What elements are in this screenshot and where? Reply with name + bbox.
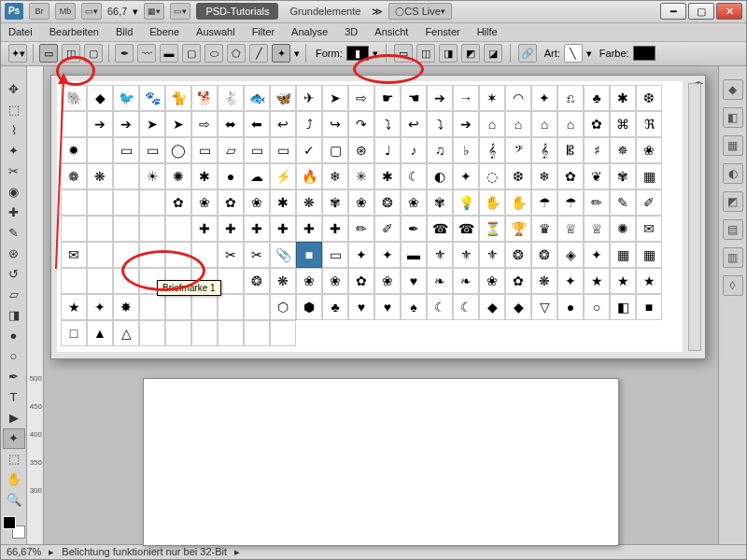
shape-cell[interactable]: ♕ xyxy=(557,216,584,242)
shape-cell[interactable]: 🐈 xyxy=(165,85,191,111)
panel-color-icon[interactable]: ◆ xyxy=(723,79,743,100)
shape-cell[interactable]: ℜ xyxy=(636,111,662,137)
shape-cell[interactable]: ✋ xyxy=(479,189,505,216)
shape-cell[interactable]: ♠ xyxy=(401,294,427,320)
style-picker[interactable]: ╲ xyxy=(564,44,583,63)
shape-cell[interactable]: ▢ xyxy=(322,137,348,163)
shape-cell[interactable]: ★ xyxy=(610,268,636,294)
shape-cell[interactable]: ➔ xyxy=(87,111,113,137)
shape-cell[interactable]: ▦ xyxy=(636,163,662,189)
eyedropper-tool[interactable]: ◉ xyxy=(3,182,25,203)
shape-cell[interactable]: 🏆 xyxy=(505,216,531,242)
shape-cell[interactable]: ✾ xyxy=(427,189,453,216)
path-select-tool[interactable]: ▶ xyxy=(3,408,25,428)
mini-bridge-button[interactable]: Mb xyxy=(55,3,76,20)
shape-cell[interactable]: ◆ xyxy=(87,85,113,111)
shape-cell[interactable]: ✏ xyxy=(348,216,374,242)
panel-swatches-icon[interactable]: ◧ xyxy=(723,107,743,128)
shape-cell[interactable]: ↷ xyxy=(348,111,374,137)
shape-cell[interactable]: ✿ xyxy=(165,189,191,216)
shape-cell[interactable]: ⌂ xyxy=(557,111,584,137)
shape-cell[interactable]: ✵ xyxy=(610,137,636,163)
shape-cell[interactable] xyxy=(113,189,139,216)
shape-cell[interactable]: ♫ xyxy=(427,137,453,163)
pathop-new-icon[interactable]: ▭ xyxy=(394,44,413,63)
close-button[interactable]: ✕ xyxy=(716,3,742,20)
shape-cell[interactable]: ❄ xyxy=(531,163,557,189)
shape-cell[interactable]: ✚ xyxy=(296,216,322,242)
link-icon[interactable]: 🔗 xyxy=(518,44,537,63)
menu-ansicht[interactable]: Ansicht xyxy=(374,26,408,37)
crop-tool[interactable]: ✂ xyxy=(3,161,25,182)
shape-cell[interactable]: ⏳ xyxy=(479,216,505,242)
shape-picker-dropdown[interactable]: ▾ xyxy=(373,48,378,60)
shape-cell[interactable]: ♣ xyxy=(322,294,348,320)
shape-cell[interactable]: ⌂ xyxy=(505,111,531,137)
shape-cell[interactable] xyxy=(165,242,191,268)
shape-cell[interactable]: ✿ xyxy=(218,189,244,216)
shape-cell[interactable]: ♪ xyxy=(401,137,427,163)
shape-cell[interactable]: 🦋 xyxy=(270,85,296,111)
shape-cell[interactable]: ⌂ xyxy=(531,111,557,137)
shape-cell[interactable]: ☂ xyxy=(531,189,557,216)
shape-cell[interactable]: 𝄡 xyxy=(557,137,584,163)
shape-cell[interactable]: ✺ xyxy=(610,216,636,242)
shape-cell[interactable]: 📎 xyxy=(270,242,296,268)
shape-cell[interactable]: ✉ xyxy=(636,216,662,242)
shape-cell[interactable]: ⚜ xyxy=(453,242,479,268)
menu-bearbeiten[interactable]: Bearbeiten xyxy=(49,26,99,37)
zoom-tool[interactable]: 🔍 xyxy=(3,490,25,511)
shape-cell[interactable]: ❄ xyxy=(322,163,348,189)
history-brush-tool[interactable]: ↺ xyxy=(3,264,25,285)
shape-cell[interactable]: 💡 xyxy=(453,189,479,216)
shape-cell[interactable]: ❋ xyxy=(270,268,296,294)
shape-cell[interactable]: ✉ xyxy=(61,242,87,268)
shape-cell[interactable]: ✓ xyxy=(296,137,322,163)
shape-cell[interactable]: ☂ xyxy=(557,189,584,216)
polygon-icon[interactable]: ⬠ xyxy=(227,44,246,63)
shape-cell[interactable]: 𝄢 xyxy=(505,137,531,163)
shape-cell[interactable]: ➤ xyxy=(322,85,348,111)
shape-cell[interactable]: ↩ xyxy=(401,111,427,137)
menu-filter[interactable]: Filter xyxy=(252,26,275,37)
rectangle-icon[interactable]: ▬ xyxy=(160,44,178,63)
extras-button[interactable]: ▭▾ xyxy=(170,3,190,20)
shape-cell[interactable] xyxy=(87,189,113,216)
shape-cell[interactable]: ◆ xyxy=(505,294,531,320)
shape-cell[interactable]: ✒ xyxy=(401,216,427,242)
shape-cell[interactable]: ✐ xyxy=(636,189,662,216)
shape-cell[interactable]: ✿ xyxy=(348,268,374,294)
shape-cell[interactable]: ▲ xyxy=(87,320,113,346)
shape-cell[interactable]: ⇨ xyxy=(348,85,374,111)
shape-cell[interactable]: 𝄞 xyxy=(531,137,557,163)
shape-cell[interactable] xyxy=(218,320,244,346)
shape-cell[interactable]: ❀ xyxy=(244,189,270,216)
panel-paths-icon[interactable]: ◊ xyxy=(723,275,743,296)
shape-cell[interactable]: ❧ xyxy=(453,268,479,294)
shape-cell[interactable]: ✳ xyxy=(348,163,374,189)
workspace-tab[interactable]: PSD-Tutorials xyxy=(196,3,278,20)
shape-cell[interactable]: ⬅ xyxy=(244,111,270,137)
shape-cell[interactable]: ❆ xyxy=(636,85,662,111)
pathop-add-icon[interactable]: ◫ xyxy=(416,44,435,63)
shape-cell[interactable]: ✈ xyxy=(296,85,322,111)
shape-cell[interactable] xyxy=(113,216,139,242)
shape-cell[interactable]: ☁ xyxy=(244,163,270,189)
shape-cell[interactable]: ✾ xyxy=(322,189,348,216)
menu-3d[interactable]: 3D xyxy=(345,26,358,37)
shape-cell[interactable]: ✚ xyxy=(322,216,348,242)
shape-cell[interactable]: ❋ xyxy=(296,189,322,216)
shape-cell[interactable] xyxy=(218,294,244,320)
shape-cell[interactable]: ☛ xyxy=(374,85,401,111)
pen-icon[interactable]: ✒ xyxy=(115,44,134,63)
shape-cell[interactable]: ✚ xyxy=(191,216,218,242)
shape-cell[interactable]: ♯ xyxy=(584,137,610,163)
shape-cell[interactable]: ♛ xyxy=(531,216,557,242)
shape-cell[interactable]: ✏ xyxy=(584,189,610,216)
shape-cell[interactable] xyxy=(139,242,165,268)
shape-cell[interactable] xyxy=(165,320,191,346)
shape-cell[interactable]: ◈ xyxy=(557,242,584,268)
shape-cell[interactable]: ⤵ xyxy=(427,111,453,137)
paths-button[interactable]: ◫ xyxy=(62,44,80,63)
shape-cell[interactable]: ⬡ xyxy=(270,294,296,320)
